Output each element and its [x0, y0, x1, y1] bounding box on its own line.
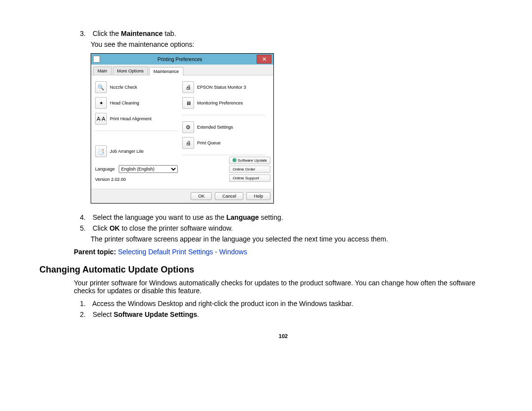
- print-head-alignment-button[interactable]: A·A Print Head Alignment: [95, 113, 182, 125]
- update-icon: [233, 158, 236, 162]
- tab-maintenance[interactable]: Maintenance: [149, 67, 184, 75]
- language-select[interactable]: English (English): [119, 165, 178, 173]
- divider: [182, 115, 265, 115]
- right-buttons: Software Update Online Order Online Supp…: [229, 157, 270, 182]
- step-number: 2.: [74, 310, 86, 318]
- step-text: Click OK to close the printer software w…: [93, 224, 233, 232]
- dialog-title: Printing Preferences: [103, 57, 257, 62]
- step-3: 3. Click the Maintenance tab.: [74, 30, 493, 37]
- step-5: 5. Click OK to close the printer softwar…: [74, 224, 493, 232]
- nozzle-check-icon: 🔍: [95, 81, 107, 93]
- nozzle-check-button[interactable]: 🔍 Nozzle Check: [95, 81, 182, 93]
- step-text: Click the Maintenance tab.: [93, 30, 176, 37]
- status-monitor-button[interactable]: 🖨 EPSON Status Monitor 3: [182, 81, 269, 93]
- job-arranger-icon: 📑: [95, 145, 107, 157]
- section-body: Your printer software for Windows automa…: [74, 279, 493, 295]
- titlebar: Printing Preferences ✕: [91, 54, 273, 65]
- print-queue-button[interactable]: 🖨 Print Queue: [182, 137, 269, 149]
- alignment-icon: A·A: [95, 113, 107, 125]
- close-button[interactable]: ✕: [257, 55, 271, 64]
- status-monitor-icon: 🖨: [182, 81, 194, 93]
- bottom-section: Language English (English) Software Upda…: [91, 163, 273, 189]
- maintenance-panel: 🔍 Nozzle Check ✦ Head Cleaning A·A Print…: [91, 75, 273, 163]
- footer-buttons: OK Cancel Help: [91, 189, 273, 203]
- status-monitor-label: EPSON Status Monitor 3: [197, 85, 246, 90]
- step-number: 5.: [74, 224, 86, 232]
- left-column: 🔍 Nozzle Check ✦ Head Cleaning A·A Print…: [95, 79, 182, 159]
- head-cleaning-icon: ✦: [95, 97, 107, 109]
- right-column: 🖨 EPSON Status Monitor 3 🖥 Monitoring Pr…: [182, 79, 269, 159]
- extended-settings-label: Extended Settings: [197, 125, 233, 130]
- language-row: Language English (English) Software Upda…: [91, 163, 273, 175]
- page-number: 102: [74, 333, 493, 339]
- nozzle-check-label: Nozzle Check: [110, 85, 137, 90]
- job-arranger-label: Job Arranger Lite: [110, 149, 144, 154]
- new-step-2: 2. Select Software Update Settings.: [74, 310, 493, 318]
- cancel-button[interactable]: Cancel: [215, 192, 243, 200]
- monitoring-preferences-button[interactable]: 🖥 Monitoring Preferences: [182, 97, 269, 109]
- divider: [182, 155, 265, 155]
- ok-button[interactable]: OK: [191, 192, 212, 200]
- app-icon: [93, 56, 100, 63]
- parent-topic-label: Parent topic:: [74, 248, 118, 256]
- step-number: 4.: [74, 213, 86, 221]
- extended-settings-button[interactable]: ⚙ Extended Settings: [182, 121, 269, 133]
- monitoring-label: Monitoring Preferences: [197, 101, 243, 105]
- dialog-screenshot: Printing Preferences ✕ Main More Options…: [91, 53, 493, 204]
- section-heading: Changing Automatic Update Options: [39, 265, 493, 275]
- extended-settings-icon: ⚙: [182, 121, 194, 133]
- step-text: Select the language you want to use as t…: [93, 213, 283, 221]
- divider: [95, 131, 178, 131]
- monitoring-icon: 🖥: [182, 97, 194, 109]
- step-5-subtext: The printer software screens appear in t…: [91, 235, 493, 243]
- step-4: 4. Select the language you want to use a…: [74, 213, 493, 221]
- head-cleaning-label: Head Cleaning: [110, 101, 139, 105]
- printing-preferences-dialog: Printing Preferences ✕ Main More Options…: [91, 53, 274, 204]
- parent-topic-link[interactable]: Selecting Default Print Settings - Windo…: [118, 248, 247, 256]
- tab-main[interactable]: Main: [93, 67, 112, 75]
- job-arranger-button[interactable]: 📑 Job Arranger Lite: [95, 145, 182, 157]
- help-button[interactable]: Help: [246, 192, 270, 200]
- online-order-button[interactable]: Online Order: [229, 166, 270, 173]
- step-number: 3.: [74, 30, 86, 37]
- language-label: Language: [95, 167, 119, 171]
- online-support-button[interactable]: Online Support: [229, 174, 270, 182]
- software-update-button[interactable]: Software Update: [229, 157, 270, 164]
- alignment-label: Print Head Alignment: [110, 116, 152, 121]
- print-queue-label: Print Queue: [197, 140, 221, 145]
- head-cleaning-button[interactable]: ✦ Head Cleaning: [95, 97, 182, 109]
- print-queue-icon: 🖨: [182, 137, 194, 149]
- step-number: 1.: [74, 300, 86, 308]
- tab-more-options[interactable]: More Options: [113, 67, 148, 75]
- parent-topic: Parent topic: Selecting Default Print Se…: [74, 248, 493, 256]
- step-text: Select Software Update Settings.: [93, 310, 199, 318]
- new-step-1: 1. Access the Windows Desktop and right-…: [74, 300, 493, 308]
- step-text: Access the Windows Desktop and right-cli…: [92, 300, 353, 308]
- tab-row: Main More Options Maintenance: [91, 65, 273, 75]
- step-3-subtext: You see the maintenance options:: [91, 40, 493, 48]
